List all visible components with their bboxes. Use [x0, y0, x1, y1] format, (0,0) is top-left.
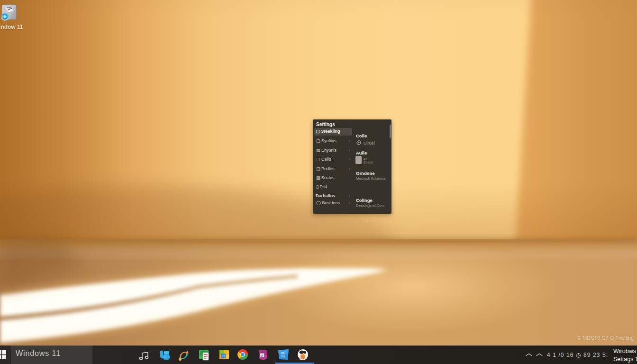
svg-text:Sia: Sia	[281, 355, 285, 358]
svg-text:ad: ad	[281, 351, 285, 355]
svg-text:31: 31	[222, 355, 226, 358]
svg-text:⇄: ⇄	[261, 354, 264, 357]
